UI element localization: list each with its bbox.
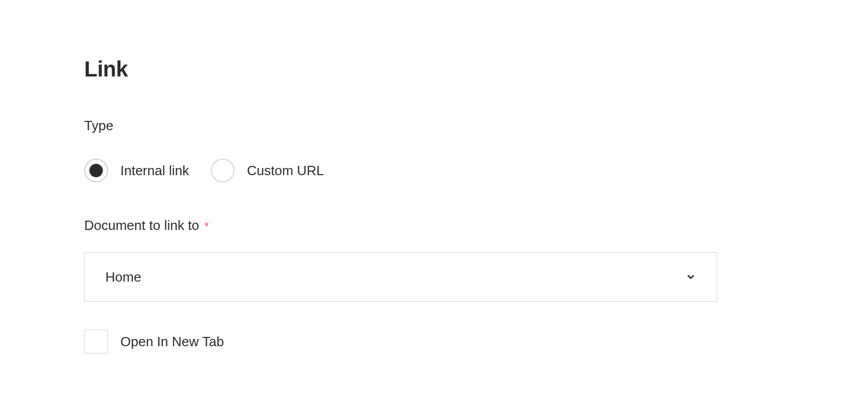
link-form-section: Link Type Internal link Custom URL Docum… bbox=[0, 0, 868, 410]
open-new-tab-row: Open In New Tab bbox=[84, 330, 784, 353]
radio-selected-dot-icon bbox=[89, 164, 103, 177]
chevron-down-icon bbox=[686, 272, 696, 282]
open-new-tab-checkbox[interactable] bbox=[84, 330, 108, 353]
radio-option-internal-link[interactable]: Internal link bbox=[84, 159, 189, 182]
section-heading: Link bbox=[84, 57, 784, 82]
document-field-label: Document to link to bbox=[84, 218, 199, 234]
type-radio-group: Internal link Custom URL bbox=[84, 159, 784, 182]
document-select-value: Home bbox=[105, 269, 141, 285]
radio-icon bbox=[211, 159, 235, 182]
radio-option-custom-url[interactable]: Custom URL bbox=[211, 159, 324, 182]
type-field-label: Type bbox=[84, 118, 784, 134]
radio-icon bbox=[84, 159, 108, 182]
document-field-label-row: Document to link to * bbox=[84, 218, 784, 234]
open-new-tab-label: Open In New Tab bbox=[120, 334, 224, 350]
document-select[interactable]: Home bbox=[84, 252, 717, 302]
radio-label: Internal link bbox=[120, 163, 189, 179]
required-indicator-icon: * bbox=[205, 221, 209, 232]
radio-label: Custom URL bbox=[247, 163, 324, 179]
